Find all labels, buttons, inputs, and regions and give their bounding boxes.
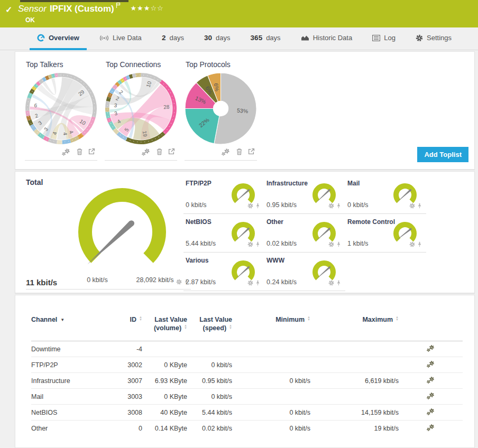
toplist-delete-icon[interactable] [236, 148, 243, 156]
cell-max [310, 389, 399, 405]
gauge-settings-gear-icon[interactable] [328, 201, 334, 211]
gauge-title: Other [266, 218, 283, 226]
cell-max [310, 341, 399, 357]
tab-365-days[interactable]: 365 days [243, 27, 288, 50]
toplist-delete-icon[interactable] [156, 148, 163, 156]
toplist-top-protocols: Top Protocols53%22%13%6%6% [185, 58, 257, 161]
cell-volume: 0 KByte [142, 389, 187, 405]
gauge-pin-icon[interactable] [255, 240, 260, 249]
gauge-pin-icon[interactable] [417, 240, 422, 249]
toplist-settings-gears-icon[interactable] [61, 148, 71, 156]
live-data-icon [99, 34, 109, 42]
table-row[interactable]: Downtime-4 [31, 341, 463, 357]
gauge-pin-icon[interactable] [255, 201, 260, 211]
gauge-settings-gear-icon[interactable] [328, 278, 334, 288]
cell-channel: FTP/P2P [31, 357, 111, 373]
col-id[interactable]: ID▲ ▼ [111, 304, 142, 341]
gauge-actions [409, 240, 422, 249]
cell-actions [399, 421, 463, 436]
toplist-delete-icon[interactable] [76, 148, 83, 156]
gauge-pin-icon[interactable] [417, 201, 422, 211]
gauge-settings-gear-icon[interactable] [176, 277, 182, 287]
toplist-settings-gears-icon[interactable] [141, 148, 151, 156]
toplist-open-window-icon[interactable] [88, 148, 95, 156]
table-row[interactable]: FTP/P2P30020 KByte0 kbit/s [31, 357, 463, 373]
cell-volume [142, 341, 187, 357]
gauge-pin-icon[interactable] [336, 240, 341, 249]
star-empty-icon[interactable]: ☆ [157, 4, 164, 12]
toplist-open-window-icon[interactable] [248, 148, 255, 156]
gauge-settings-gear-icon[interactable] [247, 278, 253, 288]
channel-settings-gears-icon[interactable] [426, 424, 435, 433]
toplist-open-window-icon[interactable] [168, 148, 175, 156]
tab-30-days[interactable]: 30 days [197, 27, 238, 50]
tab-number: 2 [162, 34, 166, 42]
channel-settings-gears-icon[interactable] [426, 344, 435, 354]
toplist-actions [185, 148, 257, 158]
col-minimum[interactable]: Minimum▲ ▼ [232, 304, 310, 341]
table-row[interactable]: Other00.14 KByte0.02 kbit/s0 kbit/s19 kb… [31, 421, 463, 436]
star-empty-icon[interactable]: ☆ [150, 4, 157, 12]
table-row[interactable]: NetBIOS300840 KByte5.44 kbit/s0 kbit/s14… [31, 405, 463, 421]
channel-settings-gears-icon[interactable] [426, 392, 435, 402]
tab-overview[interactable]: Overview [30, 27, 87, 50]
overview-gauge-icon [37, 34, 45, 42]
top-talkers-chord-chart[interactable]: 29104443326 [25, 72, 97, 145]
cell-id: 3007 [111, 373, 142, 389]
priority-stars[interactable]: ★★★☆☆ [130, 4, 163, 12]
tab-settings[interactable]: Settings [408, 27, 459, 50]
flag-icon[interactable] [116, 1, 121, 11]
gauge-settings-gear-icon[interactable] [409, 201, 415, 211]
cell-speed: 5.44 kbit/s [187, 405, 232, 421]
cell-id: 3003 [111, 389, 142, 405]
cell-min: 0 kbit/s [232, 405, 310, 421]
col-channel[interactable]: Channel▼ [31, 304, 111, 341]
table-header-row: Channel▼ ID▲ ▼ Last Value(volume)▲ ▼ Las… [31, 304, 463, 341]
gauge-settings-gear-icon[interactable] [247, 240, 253, 249]
gauge-pin-icon[interactable] [336, 278, 341, 288]
gauge-title: Remote Control [347, 218, 395, 226]
cell-volume: 0.14 KByte [142, 421, 187, 436]
channel-settings-gears-icon[interactable] [426, 408, 435, 417]
channel-settings-gears-icon[interactable] [426, 376, 435, 386]
col-maximum[interactable]: Maximum▲ ▼ [310, 304, 399, 341]
gauge-value: 2.87 kbit/s [186, 278, 216, 286]
gauge-title: NetBIOS [186, 218, 212, 226]
historic-data-icon [301, 34, 309, 41]
gauge-title: Various [186, 257, 208, 264]
tab-number: 30 [204, 34, 212, 42]
top-artifact-strip [20, 0, 128, 2]
gauge-settings-gear-icon[interactable] [328, 240, 334, 249]
gauge-cell-infrastructure: Infrastructure0.95 kbit/s [264, 175, 345, 214]
cell-actions [399, 389, 463, 405]
table-row[interactable]: Infrastructure30076.93 KByte0.95 kbit/s0… [31, 373, 463, 389]
gauge-pin-icon[interactable] [336, 201, 341, 211]
col-last-value-volume[interactable]: Last Value(volume)▲ ▼ [142, 304, 187, 341]
protocols-donut-chart[interactable]: 53%22%13%6%6% [185, 72, 257, 145]
top-connections-chord-chart[interactable]: 102819543322 [105, 72, 177, 145]
cell-channel: NetBIOS [31, 405, 111, 421]
gauge-title: Mail [347, 180, 360, 187]
tab-2-days[interactable]: 2 days [154, 27, 191, 50]
tab-live-data[interactable]: Live Data [92, 27, 149, 50]
add-toplist-button[interactable]: Add Toplist [417, 147, 468, 162]
star-filled-icon[interactable]: ★ [137, 4, 144, 12]
cell-actions [399, 341, 463, 357]
star-filled-icon[interactable]: ★ [130, 4, 137, 12]
status-check-icon: ✓ [5, 5, 12, 15]
gauge-pin-icon[interactable] [255, 278, 260, 288]
col-last-value-speed[interactable]: Last Value(speed)▲ ▼ [187, 304, 232, 341]
table-row[interactable]: Mail30030 KByte0 kbit/s [31, 389, 463, 405]
gauge-settings-gear-icon[interactable] [247, 201, 253, 211]
toplist-settings-gears-icon[interactable] [221, 148, 231, 156]
tab-historic-data[interactable]: Historic Data [293, 27, 360, 50]
star-filled-icon[interactable]: ★ [144, 4, 151, 12]
tab-log[interactable]: Log [365, 27, 403, 50]
svg-text:19: 19 [142, 130, 149, 137]
tab-label: days [266, 34, 280, 42]
toplist-title: Top Connections [106, 60, 177, 69]
channel-settings-gears-icon[interactable] [426, 360, 435, 370]
gauge-actions [247, 240, 260, 249]
sensor-header: ✓ SensorIPFIX (Custom) ★★★☆☆ OK [0, 0, 478, 27]
gauge-settings-gear-icon[interactable] [409, 240, 415, 249]
